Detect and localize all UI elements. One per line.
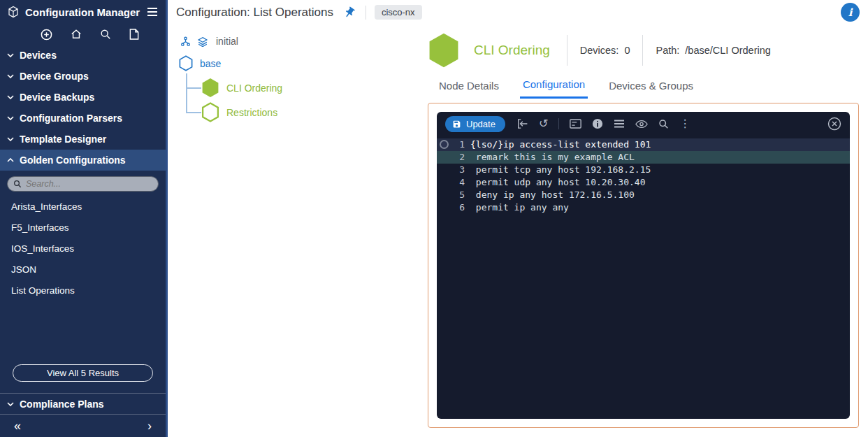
expand-panel-icon[interactable]: › xyxy=(147,419,152,434)
tree-node-label: base xyxy=(200,58,221,69)
list-item[interactable]: Arista_Interfaces xyxy=(0,196,166,217)
line-text: permit udp any host 10.20.30.40 xyxy=(470,176,645,189)
tree-node-restrictions[interactable]: Restrictions xyxy=(201,102,277,122)
line-number: 3 xyxy=(459,164,465,175)
line-text: remark this is my example ACL xyxy=(470,151,635,164)
line-gutter: 4 xyxy=(437,176,470,189)
path-value: /base/CLI Ordering xyxy=(685,45,771,56)
list-item[interactable]: F5_Interfaces xyxy=(0,217,166,238)
undo-icon[interactable]: ↺ xyxy=(539,118,548,129)
header-divider xyxy=(366,6,366,20)
search-icon[interactable] xyxy=(99,27,113,41)
info-icon[interactable]: i xyxy=(841,3,860,22)
sidebar-item-label: Devices xyxy=(20,50,57,61)
app-title: Configuration Manager xyxy=(25,6,140,18)
file-icon[interactable] xyxy=(128,27,140,41)
chevron-down-icon xyxy=(7,402,14,406)
config-tree-panel: initial base CLI Ordering Restrictions xyxy=(168,24,428,437)
sidebar-item-configuration-parsers[interactable]: Configuration Parsers xyxy=(0,108,166,129)
tab-devices-groups[interactable]: Devices & Groups xyxy=(606,78,696,99)
app-window: Configuration Manager Devices xyxy=(0,0,868,437)
eye-icon[interactable] xyxy=(635,120,648,129)
list-item[interactable]: IOS_Interfaces xyxy=(0,238,166,259)
sidebar-item-device-groups[interactable]: Device Groups xyxy=(0,66,166,87)
line-number: 2 xyxy=(459,152,465,162)
pin-icon[interactable] xyxy=(339,1,361,23)
line-gutter: 1 xyxy=(437,138,470,151)
devices-count: 0 xyxy=(624,45,630,56)
page-title: Configuration: List Operations xyxy=(176,6,333,20)
sidebar-item-label: Device Backups xyxy=(20,92,94,103)
tab-node-details[interactable]: Node Details xyxy=(436,78,502,99)
code-line[interactable]: 6 permit ip any any xyxy=(437,201,850,214)
sidebar-item-label: Template Designer xyxy=(20,134,106,145)
checkout-icon[interactable] xyxy=(516,118,528,129)
line-gutter: 6 xyxy=(437,201,470,214)
sidebar-item-golden-configurations[interactable]: Golden Configurations xyxy=(0,150,166,171)
tree-toolbar: initial xyxy=(180,36,238,47)
sidebar-header: Configuration Manager xyxy=(0,0,166,24)
tree-connector xyxy=(186,73,187,112)
content-area: initial base CLI Ordering Restrictions xyxy=(168,24,868,437)
chevron-down-icon xyxy=(7,95,14,99)
circled-x-icon[interactable] xyxy=(827,117,841,131)
menu-icon[interactable] xyxy=(145,6,159,18)
line-text: {lso/}ip access-list extended 101 xyxy=(470,138,651,151)
list-item[interactable]: List Operations xyxy=(0,280,166,301)
code-line[interactable]: 5 deny ip any host 172.16.5.100 xyxy=(437,189,850,201)
tree-node-base[interactable]: base xyxy=(179,55,221,71)
search-input[interactable] xyxy=(26,179,152,189)
app-logo-icon xyxy=(7,6,20,18)
line-number: 5 xyxy=(459,189,465,200)
golden-configurations-panel: Arista_Interfaces F5_Interfaces IOS_Inte… xyxy=(0,171,166,393)
chevron-down-icon xyxy=(7,53,14,57)
line-text: permit tcp any host 192.168.2.15 xyxy=(470,164,651,176)
sidebar-item-label: Device Groups xyxy=(20,71,89,82)
gutter-marker-icon[interactable] xyxy=(440,140,449,149)
form-icon[interactable] xyxy=(570,119,581,129)
configuration-frame: Update ↺ xyxy=(428,103,859,428)
layers-icon[interactable] xyxy=(197,36,208,47)
sidebar-item-devices[interactable]: Devices xyxy=(0,45,166,66)
line-text: permit ip any any xyxy=(470,201,569,214)
list-icon[interactable] xyxy=(614,120,625,128)
tree-node-label: Restrictions xyxy=(226,107,277,118)
tree-node-label: CLI Ordering xyxy=(226,83,282,94)
sidebar-footer: « › xyxy=(0,414,166,437)
sidebar-item-label: Golden Configurations xyxy=(20,155,126,166)
node-hexagon-icon xyxy=(428,32,460,69)
code-line[interactable]: 2 remark this is my example ACL xyxy=(437,151,850,164)
line-number: 1 xyxy=(459,139,465,150)
code-editor: Update ↺ xyxy=(437,112,850,419)
home-icon[interactable] xyxy=(69,27,83,41)
search-icon[interactable] xyxy=(658,119,669,129)
sidebar: Configuration Manager Devices xyxy=(0,0,168,437)
path-label: Path: xyxy=(656,45,679,56)
collapse-sidebar-icon[interactable]: « xyxy=(14,419,21,434)
sidebar-item-label: Configuration Parsers xyxy=(20,113,122,124)
sidebar-item-label: Compliance Plans xyxy=(20,399,104,410)
tab-configuration[interactable]: Configuration xyxy=(520,78,588,99)
main-area: Configuration: List Operations cisco-nx … xyxy=(168,0,868,437)
code-line[interactable]: 1 {lso/}ip access-list extended 101 xyxy=(437,138,850,151)
toolbar-divider xyxy=(558,118,559,129)
list-item[interactable]: JSON xyxy=(0,259,166,280)
sidebar-item-compliance-plans[interactable]: Compliance Plans xyxy=(0,393,166,414)
sidebar-item-template-designer[interactable]: Template Designer xyxy=(0,129,166,150)
hierarchy-icon[interactable] xyxy=(180,36,191,47)
editor-toolbar: Update ↺ xyxy=(437,112,850,136)
line-gutter: 3 xyxy=(437,164,470,176)
info-icon[interactable] xyxy=(592,118,603,129)
kebab-menu-icon[interactable]: ⋮ xyxy=(679,118,690,129)
view-all-results-button[interactable]: View All 5 Results xyxy=(13,364,153,382)
search-icon xyxy=(13,180,22,188)
sidebar-item-device-backups[interactable]: Device Backups xyxy=(0,87,166,108)
code-line[interactable]: 3 permit tcp any host 192.168.2.15 xyxy=(437,164,850,176)
add-icon[interactable] xyxy=(39,27,54,42)
tree-node-cli-ordering[interactable]: CLI Ordering xyxy=(201,78,282,98)
code-area: 1 {lso/}ip access-list extended 101 2 re… xyxy=(437,136,850,419)
code-line[interactable]: 4 permit udp any host 10.20.30.40 xyxy=(437,176,850,189)
update-button[interactable]: Update xyxy=(445,116,505,132)
node-detail-panel: CLI Ordering Devices: 0 Path: /base/CLI … xyxy=(428,24,859,437)
chevron-up-icon xyxy=(7,158,14,162)
